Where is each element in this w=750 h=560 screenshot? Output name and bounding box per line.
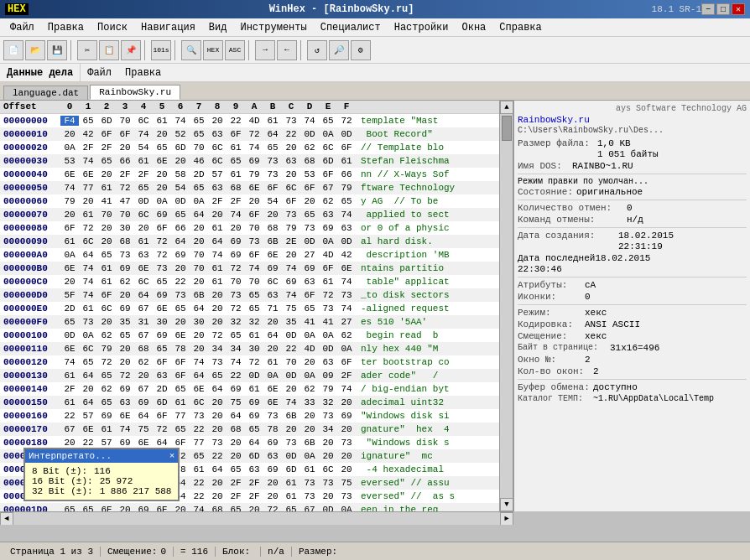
- hex-cell[interactable]: 54: [263, 196, 282, 206]
- hex-cell[interactable]: 70: [282, 357, 300, 367]
- hex-cell[interactable]: 6E: [263, 250, 282, 260]
- hex-cell[interactable]: 61: [79, 303, 97, 314]
- hex-cell[interactable]: 61: [245, 330, 263, 340]
- hex-cell[interactable]: 6C: [134, 116, 153, 126]
- hex-cell[interactable]: 6C: [319, 464, 337, 474]
- hex-cell[interactable]: 72: [208, 330, 227, 340]
- minimize-button[interactable]: −: [701, 3, 715, 15]
- hex-cell[interactable]: 73: [282, 116, 300, 126]
- hex-cell[interactable]: 62: [319, 196, 337, 206]
- panel-edit-menu[interactable]: Правка: [118, 65, 168, 80]
- hex-cell[interactable]: 74: [134, 129, 153, 139]
- hex-cell[interactable]: 6E: [245, 183, 263, 193]
- hex-row[interactable]: 000000806F722030206F66206120706879736963…: [0, 221, 513, 235]
- hex-cell[interactable]: 20: [245, 196, 263, 206]
- hex-cell[interactable]: 20: [190, 223, 208, 233]
- hex-cell[interactable]: 20: [282, 250, 300, 260]
- hex-row[interactable]: 00000060792041470D0A0D0A2F2F20546F206265…: [0, 194, 513, 208]
- hex-cell[interactable]: 64: [190, 371, 208, 381]
- hex-cell[interactable]: 69: [227, 236, 245, 246]
- hex-cell[interactable]: 73: [190, 411, 208, 421]
- tb-search-btn[interactable]: 🔍: [181, 40, 201, 60]
- hex-cell[interactable]: 65: [245, 290, 263, 300]
- hex-cell[interactable]: 63: [208, 129, 227, 139]
- hex-cell[interactable]: 75: [282, 303, 300, 314]
- hex-cell[interactable]: 20: [208, 210, 227, 220]
- hex-cell[interactable]: 2F: [79, 143, 97, 153]
- hex-cell[interactable]: 74: [116, 424, 134, 434]
- hex-cell[interactable]: 6F: [60, 223, 79, 233]
- hex-cell[interactable]: 2F: [245, 491, 263, 501]
- hex-cell[interactable]: 20: [190, 330, 208, 340]
- hex-cell[interactable]: 6E: [79, 169, 97, 179]
- hex-cell[interactable]: 20: [116, 143, 134, 153]
- hex-cell[interactable]: 22: [79, 438, 97, 448]
- hex-cell[interactable]: 2D: [190, 169, 208, 179]
- hex-cell[interactable]: 2F: [227, 491, 245, 501]
- hex-cell[interactable]: 65: [337, 196, 356, 206]
- hex-cell[interactable]: 63: [153, 371, 171, 381]
- hex-cell[interactable]: 74: [282, 397, 300, 407]
- hex-cell[interactable]: 6D: [319, 156, 337, 166]
- hex-cell[interactable]: 65: [190, 129, 208, 139]
- hex-cell[interactable]: 72: [153, 250, 171, 260]
- hex-cell[interactable]: 34: [227, 344, 245, 354]
- hex-cell[interactable]: 6D: [153, 397, 171, 407]
- hex-cell[interactable]: 73: [171, 290, 190, 300]
- hex-cell[interactable]: 74: [337, 277, 356, 287]
- hex-row[interactable]: 000000C0207461626C6522206170706C69636174…: [0, 275, 513, 288]
- hex-cell[interactable]: 6E: [60, 169, 79, 179]
- hex-cell[interactable]: 20: [134, 371, 153, 381]
- hex-cell[interactable]: 73: [79, 317, 97, 327]
- hex-cell[interactable]: 61: [79, 210, 97, 220]
- hex-cell[interactable]: 6F: [300, 183, 319, 193]
- hex-cell[interactable]: 65: [171, 303, 190, 314]
- hex-cell[interactable]: 61: [282, 491, 300, 501]
- hex-cell[interactable]: 0A: [300, 330, 319, 340]
- hex-cell[interactable]: 22: [171, 277, 190, 287]
- hex-cell[interactable]: 20: [319, 438, 337, 448]
- menu-file[interactable]: Файл: [3, 20, 41, 35]
- hex-cell[interactable]: 35: [282, 317, 300, 327]
- hex-cell[interactable]: 65: [97, 156, 116, 166]
- hex-cell[interactable]: 73: [319, 411, 337, 421]
- hex-cell[interactable]: 0D: [300, 236, 319, 246]
- hex-row[interactable]: 000000406E6E202F2F20582D5761797320536F66…: [0, 168, 513, 181]
- hex-cell[interactable]: 75: [134, 424, 153, 434]
- hex-row[interactable]: 0000001020426F6F74205265636F7264220D0A0D…: [0, 127, 513, 141]
- hex-cell[interactable]: 6F: [282, 196, 300, 206]
- hex-cell[interactable]: 72: [245, 357, 263, 367]
- hex-cell[interactable]: 61: [97, 263, 116, 273]
- hex-cell[interactable]: 69: [227, 384, 245, 394]
- hex-cell[interactable]: 67: [134, 384, 153, 394]
- hex-cell[interactable]: 68: [300, 156, 319, 166]
- hex-cell[interactable]: 20: [153, 169, 171, 179]
- hex-cell[interactable]: 0D: [282, 330, 300, 340]
- hex-cell[interactable]: 6C: [79, 236, 97, 246]
- hex-cell[interactable]: 63: [319, 357, 337, 367]
- hex-cell[interactable]: 20: [208, 290, 227, 300]
- menu-specialist[interactable]: Специалист: [314, 20, 388, 35]
- hex-cell[interactable]: 65: [97, 397, 116, 407]
- hex-cell[interactable]: 0D: [300, 129, 319, 139]
- hex-cell[interactable]: 6B: [190, 290, 208, 300]
- tb-copy-btn[interactable]: 📋: [99, 40, 119, 60]
- hex-cell[interactable]: 20: [171, 263, 190, 273]
- hex-cell[interactable]: 74: [208, 250, 227, 260]
- hex-row[interactable]: 000000B06E7461696E7320706172746974696F6E…: [0, 262, 513, 275]
- hex-cell[interactable]: 61: [97, 183, 116, 193]
- hex-cell[interactable]: 62: [337, 330, 356, 340]
- hex-cell[interactable]: 72: [227, 263, 245, 273]
- tab-rainbowsky[interactable]: RainbowSky.ru: [90, 85, 180, 100]
- hex-row[interactable]: 000000200A2F2F2054656D706C61746520626C6F…: [0, 141, 513, 154]
- hex-cell[interactable]: 68: [134, 344, 153, 354]
- hex-cell[interactable]: 70: [245, 277, 263, 287]
- scroll-up-btn[interactable]: ▲: [500, 101, 513, 114]
- hex-cell[interactable]: 62: [97, 330, 116, 340]
- hex-cell[interactable]: 20: [245, 505, 263, 511]
- hex-cell[interactable]: 74: [190, 505, 208, 511]
- hex-cell[interactable]: 67: [60, 424, 79, 434]
- hex-row[interactable]: 00000000F4656D706C61746520224D6173746572…: [0, 114, 513, 127]
- tb-asc-btn[interactable]: ASC: [225, 40, 245, 60]
- hex-cell[interactable]: 6C: [134, 277, 153, 287]
